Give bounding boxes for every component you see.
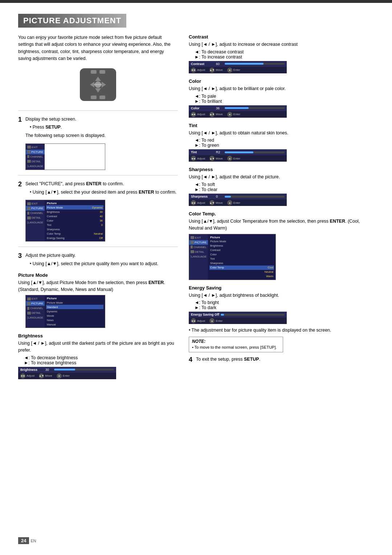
adjust-label: Adjust [26,374,34,377]
energy-enter-label: Enter [216,319,222,323]
osd-brightness-label: Brightness [47,210,60,214]
page-title-section: PICTURE ADJUSTMENT [18,14,374,28]
tint-adjust-label: Adjust [197,157,205,160]
energy-item2: ►: To dark [195,305,374,310]
sharpness-bar-row: Sharpness 0 [189,194,287,199]
tint-adj-widget: Tint R2 ◄► Adjust ▲▼ Move [189,149,287,162]
ct-warm-value: Warm [266,275,273,278]
mode-standard-label: Standard [47,305,58,309]
osd-colortemp-label: Color Temp [47,232,61,235]
osd-tint-value: 0 [101,223,103,227]
color-item1: ◄: To pale [195,94,374,99]
color-heading: Color [189,78,374,84]
step-2: 2 Select "PICTURE", and press ENTER to c… [18,181,178,196]
contrast-controls: ◄► Adjust ▲▼ Move ● Enter [189,67,287,73]
contrast-item2: ►: To increase contrast [195,54,374,60]
sharpness-heading: Sharpness [189,167,374,172]
color-adjust-icon: ◄► [191,112,196,117]
osd-color-row: Color 36 [46,218,103,223]
color-enter-icon: ● [227,112,232,117]
remote-dpad: ENTER [90,77,106,93]
mode-dynamic-label: Dynamic [47,310,57,313]
osd-sidebar-exit: EXIT [26,145,45,150]
sharpness-adjust-icon: ◄► [191,200,196,205]
color-adjust-ctrl: ◄► Adjust [191,112,205,117]
energy-adjust-label: Adjust [197,319,205,323]
divider-2 [18,175,178,175]
exit-icon-2 [27,202,31,205]
color-bar-value: 36 [216,106,223,110]
divider-1 [18,110,178,111]
step-1-content: Display the setup screen. • Press SETUP.… [25,116,178,139]
step-2-bullet1: • Using [▲/▼], select the your desired i… [30,189,178,196]
channel-icon-3 [27,307,29,310]
sharpness-move-label: Move [216,201,223,204]
step-1-sub: The following setup screen is displayed. [25,132,178,139]
channel-icon-2 [27,212,29,215]
note-title: NOTE: [192,339,280,344]
sharpness-adj-widget: Sharpness 0 ◄► Adjust ▲▼ Move [189,194,287,206]
contrast-bar-value: 60 [216,62,223,66]
picture-menu-osd: EXIT PICTURE CHANNEL DETAIL LANGUAGE [25,200,105,242]
colortemp-osd-sidebar: EXIT PICTURE CHANNEL DETAIL LANGUAGE [189,234,208,280]
page-title-bar: PICTURE ADJUSTMENT [18,14,126,28]
color-bar-row: Color 36 [189,105,287,111]
osd-colortemp-row: Color Temp Neutral [46,231,103,236]
picture-osd-sidebar: EXIT PICTURE CHANNEL DETAIL LANGUAGE [26,200,45,241]
remote-bottom-row [91,96,105,99]
ct-tint-label: Tint [210,257,215,260]
sharpness-move-ctrl: ▲▼ Move [209,200,223,205]
energy-bar-fill [221,314,224,316]
contrast-bar-track [225,63,285,65]
tint-item1: ◄: To red [195,138,374,143]
step-2-content: Select "PICTURE", and press ENTER to con… [25,181,178,196]
dpad-down-arrow [95,88,101,93]
brightness-item1: ◄: To decrease brightness [24,355,178,360]
sharpness-bar-track [225,196,285,198]
osd-color-value: 36 [100,219,103,222]
dpad-center-enter: ENTER [95,81,101,88]
contrast-adjust-ctrl: ◄► Adjust [191,68,205,73]
page-title: PICTURE ADJUSTMENT [23,16,121,25]
sharpness-controls: ◄► Adjust ▲▼ Move ● Enter [189,199,287,206]
ct-colortemp-label: Color Temp [210,266,224,269]
picture-mode-body: Using [▲/▼], adjust Picture Mode from th… [18,279,178,293]
step-4-text: To exit the setup, press SETUP. [196,356,374,363]
color-item2: ►: To brilliant [195,99,374,104]
color-bar-track [225,107,285,109]
tint-move-ctrl: ▲▼ Move [209,156,223,161]
mode-osd-detail: DETAIL [26,311,45,315]
brightness-bar-value: 30 [45,368,53,372]
picture-mode-osd: EXIT PICTURE CHANNEL DETAIL LANGUAGE [25,295,105,328]
mode-dynamic: Dynamic [46,309,103,313]
osd-energy-label: Energy Saving [47,236,65,240]
colortemp-heading: Color Temp. [189,211,374,216]
color-body: Using [◄ / ►], adjust to be brilliant or… [189,85,374,92]
osd-sidebar-picture: PICTURE [26,150,45,154]
osd-brightness-row: Brightness 30 [46,210,103,214]
brightness-move-ctrl: ▲▼ Move [39,373,52,378]
tint-adjust-ctrl: ◄► Adjust [191,156,205,161]
color-enter-ctrl: ● Enter [227,112,240,117]
energy-enter-ctrl: ● Enter [209,318,222,323]
note-text: • To move to the normal screen, press [S… [192,345,280,350]
remote-btn-bottom-right [99,96,105,99]
mode-news-label: News [47,319,54,322]
osd-tint-label: Tint [47,223,51,227]
color-move-label: Move [216,113,223,116]
tint-move-icon: ▲▼ [209,156,215,161]
tint-bar-fill [225,151,253,153]
tint-enter-label: Enter [233,157,240,160]
energy-body: Using [◄ / ►], adjust brightness of back… [189,292,374,299]
mode-osd-mode-label: Picture Mode [46,300,103,305]
brightness-enter-ctrl: ● Enter [57,373,70,378]
contrast-move-icon: ▲▼ [209,68,215,73]
mode-menu-title: Picture [46,296,103,300]
detail-icon-2 [27,216,31,219]
note-box: NOTE: • To move to the normal screen, pr… [189,337,283,352]
step-2-text: Select "PICTURE", and press ENTER to con… [25,181,178,187]
brightness-bar-label: Brightness [20,368,44,372]
colortemp-osd-main: Picture Picture Mode Brightness Contrast… [208,234,275,280]
brightness-adjust-ctrl: ◄► Adjust [20,373,34,378]
mode-label: Picture Mode [47,301,63,304]
